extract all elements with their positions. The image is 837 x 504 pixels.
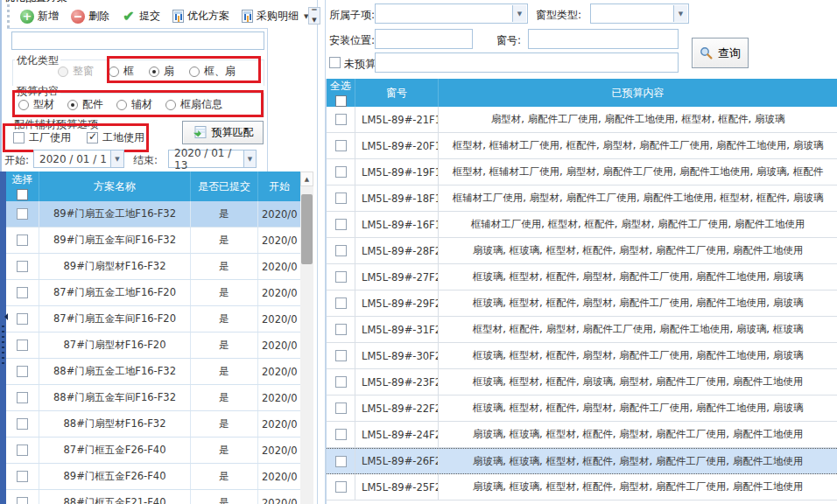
row-checkbox[interactable] — [17, 340, 28, 351]
radio-icon[interactable] — [18, 100, 29, 110]
table-row[interactable]: LM5L-89#-28F26 扇玻璃, 框玻璃, 框型材, 框配件, 扇型材, … — [327, 238, 837, 264]
row-checkbox[interactable] — [17, 208, 28, 220]
dropdown-arrow-icon[interactable]: ▼ — [673, 5, 687, 22]
table-row[interactable]: LM5L-89#-29F27 框玻璃, 框型材, 框配件, 扇型材, 扇配件工厂… — [327, 290, 837, 317]
table-row[interactable]: 89#门扇五金车间F16-F32 是 2020/0 — [6, 228, 300, 254]
table-row[interactable]: 89#门扇五金工地F16-F32 是 2020/0 — [6, 201, 300, 228]
radio-option[interactable]: 框 — [109, 64, 134, 79]
header-window-no[interactable]: 窗号 — [355, 79, 439, 107]
table-row[interactable]: LM5L-89#-25F23 扇玻璃, 框玻璃, 框型材, 框配件, 扇型材, … — [327, 474, 837, 500]
dropdown-arrow-icon[interactable]: ▼ — [512, 5, 526, 22]
radio-option[interactable]: 辅材 — [116, 97, 152, 112]
row-checkbox[interactable] — [335, 376, 347, 388]
row-checkbox[interactable] — [335, 298, 347, 309]
no-budget-checkbox[interactable] — [329, 57, 341, 68]
date-start-picker[interactable]: 2020 / 01 / 1 ▼ — [33, 150, 124, 168]
date-end-picker[interactable]: 2020 / 01 / 13 ▼ — [168, 150, 257, 168]
table-row[interactable]: LM5L-89#-23F21 框玻璃, 框型材, 框配件, 扇玻璃, 扇型材, … — [327, 369, 837, 396]
sub-item-combo[interactable]: ▼ — [375, 4, 528, 24]
table-row[interactable]: LM5L-89#-16F15 框辅材工厂使用, 框型材, 框配件, 扇型材, 扇… — [327, 212, 837, 238]
row-checkbox[interactable] — [335, 114, 347, 125]
table-row[interactable]: LM5L-89#-21F19 扇型材, 扇配件工厂使用, 扇配件工地使用, 框型… — [327, 107, 837, 133]
radio-option[interactable]: 扇 — [149, 64, 174, 79]
toolbar-button[interactable]: 提交 ▼ — [116, 6, 165, 26]
toolbar-overflow-button[interactable]: ▔▼ — [308, 7, 320, 24]
scroll-up-arrow[interactable]: ▲ — [300, 172, 313, 186]
row-checkbox[interactable] — [335, 350, 347, 361]
radio-icon[interactable] — [189, 66, 200, 77]
query-button[interactable]: 查询 — [692, 38, 749, 68]
row-checkbox[interactable] — [17, 313, 28, 325]
radio-icon[interactable] — [149, 66, 159, 77]
table-row[interactable]: 87#门扇五金工地F16-F20 是 2020/0 — [6, 280, 300, 306]
radio-option[interactable]: 配件 — [67, 97, 103, 112]
no-budget-input[interactable] — [375, 52, 679, 73]
radio-icon[interactable] — [58, 66, 68, 77]
row-checkbox[interactable] — [335, 192, 347, 204]
table-row[interactable]: 89#门框五金F26-F40 是 2020/0 — [6, 464, 300, 490]
table-row[interactable]: 88#门扇五金工地F16-F32 是 2020/0 — [6, 359, 300, 385]
header-plan-name[interactable]: 方案名称 — [39, 172, 191, 201]
row-checkbox[interactable] — [335, 245, 347, 256]
checkbox-option[interactable]: 工厂使用 — [13, 130, 71, 145]
header-submitted[interactable]: 是否已提交 — [191, 172, 258, 201]
table-row[interactable]: 89#门扇型材F16-F32 是 2020/0 — [6, 254, 300, 280]
plan-table-scrollbar[interactable]: ▲ — [300, 172, 313, 504]
window-type-combo[interactable]: ▼ — [590, 4, 689, 24]
radio-option[interactable]: 整窗 — [58, 64, 94, 79]
table-row[interactable]: LM5L-89#-22F20 框玻璃, 框型材, 框配件, 扇型材, 扇配件工厂… — [327, 396, 837, 422]
plan-search-input[interactable] — [11, 32, 264, 50]
row-checkbox[interactable] — [17, 471, 28, 482]
row-checkbox[interactable] — [335, 456, 347, 467]
checkbox-icon[interactable] — [13, 132, 25, 144]
select-all-checkbox[interactable] — [335, 95, 347, 107]
header-start[interactable]: 开始 — [258, 172, 300, 201]
row-checkbox[interactable] — [335, 402, 347, 414]
table-row[interactable]: 87#门框五金F26-F40 是 2020/0 — [6, 438, 300, 464]
table-row[interactable]: LM5L-89#-27F25 框玻璃, 框型材, 框配件, 扇型材, 扇配件工厂… — [327, 264, 837, 290]
row-checkbox[interactable] — [335, 429, 347, 440]
row-checkbox[interactable] — [17, 287, 28, 298]
row-checkbox[interactable] — [17, 261, 28, 272]
toolbar-button[interactable]: 优化方案 ▼ — [167, 6, 235, 26]
table-row[interactable]: LM5L-89#-31F29 框型材, 框配件, 扇型材, 扇配件工厂使用, 扇… — [327, 317, 837, 343]
row-checkbox[interactable] — [335, 324, 347, 335]
radio-icon[interactable] — [116, 100, 127, 110]
row-checkbox[interactable] — [17, 392, 28, 403]
dropdown-arrow-icon[interactable]: ▼ — [243, 150, 256, 167]
table-row[interactable]: 87#门扇型材F16-F20 是 2020/0 — [6, 332, 300, 359]
header-budgeted-content[interactable]: 已预算内容 — [439, 79, 837, 107]
row-checkbox[interactable] — [335, 271, 347, 283]
row-checkbox[interactable] — [17, 418, 28, 430]
table-row[interactable]: 88#门框五金F21-F40 是 2020/0 — [6, 490, 300, 504]
row-checkbox[interactable] — [335, 481, 347, 493]
row-checkbox[interactable] — [335, 219, 347, 230]
toolbar-button[interactable]: 采购明细 ▼ — [236, 6, 313, 26]
header-select-all[interactable]: 全选 — [327, 79, 355, 107]
radio-icon[interactable] — [165, 100, 176, 110]
table-row[interactable]: 88#门扇型材F16-F32 是 2020/0 — [6, 411, 300, 438]
row-checkbox[interactable] — [17, 234, 28, 246]
radio-icon[interactable] — [109, 66, 119, 77]
checkbox-icon[interactable] — [87, 132, 98, 144]
table-row[interactable]: LM5L-89#-26F24 扇玻璃, 框玻璃, 框型材, 框配件, 扇型材, … — [327, 448, 837, 474]
dropdown-arrow-icon[interactable]: ▼ — [110, 150, 123, 167]
row-checkbox[interactable] — [335, 140, 347, 151]
scrollbar-thumb[interactable] — [301, 194, 313, 264]
window-no-input[interactable] — [528, 29, 679, 49]
table-row[interactable]: 88#门扇五金车间F16-F32 是 2020/0 — [6, 385, 300, 411]
checkbox-option[interactable]: 工地使用 — [87, 130, 144, 145]
row-checkbox[interactable] — [17, 444, 28, 456]
budget-match-button[interactable]: 预算匹配 — [182, 121, 264, 144]
radio-option[interactable]: 框、扇 — [189, 64, 236, 79]
header-select[interactable]: 选择 — [6, 172, 39, 201]
toolbar-button[interactable]: 删除 ▼ — [66, 6, 115, 26]
table-row[interactable]: 87#门扇五金车间F16-F20 是 2020/0 — [6, 306, 300, 332]
row-checkbox[interactable] — [17, 497, 28, 504]
install-pos-input[interactable] — [375, 29, 473, 49]
select-all-checkbox[interactable] — [17, 189, 28, 200]
radio-option[interactable]: 框扇信息 — [165, 97, 222, 112]
table-row[interactable]: LM5L-89#-30F28 框玻璃, 框型材, 框配件, 扇型材, 扇配件工厂… — [327, 343, 837, 369]
toolbar-button[interactable]: 新增 ▼ — [15, 6, 64, 26]
collapse-splitter[interactable] — [0, 172, 6, 504]
